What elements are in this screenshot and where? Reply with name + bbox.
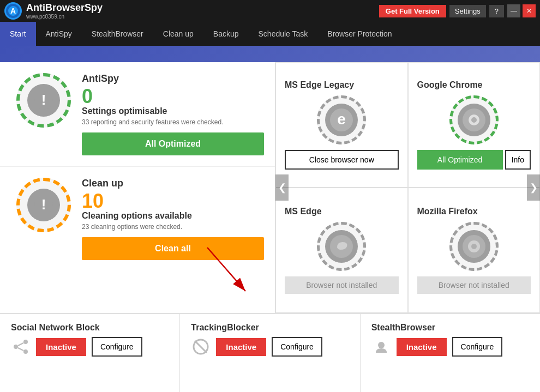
- main-content: ! AntiSpy 0 Settings optimisable 33 repo…: [0, 62, 540, 313]
- stealthbrowser-title: StealthBrowser: [371, 323, 529, 333]
- get-full-version-button[interactable]: Get Full Version: [379, 5, 446, 17]
- svg-point-17: [471, 244, 477, 249]
- accent-bar: [0, 46, 540, 62]
- navbar: Start AntiSpy StealthBrowser Clean up Ba…: [0, 22, 540, 46]
- firefox-not-installed: Browser not installed: [417, 276, 531, 294]
- edge-icon: [325, 230, 358, 263]
- firefox-actions: Browser not installed: [417, 276, 531, 294]
- left-panel: ! AntiSpy 0 Settings optimisable 33 repo…: [0, 62, 275, 313]
- tracking-blocker-icon: [191, 337, 211, 357]
- antispy-section: ! AntiSpy 0 Settings optimisable 33 repo…: [0, 62, 275, 167]
- browser-card-edge: MS Edge Browser not installed: [275, 188, 408, 313]
- nav-backup[interactable]: Backup: [203, 22, 249, 46]
- chrome-info-button[interactable]: Info: [505, 150, 531, 170]
- social-network-block: Social Network Block Inactive Configure: [0, 314, 180, 392]
- antispy-desc: 33 reporting and security features were …: [82, 118, 264, 126]
- cleanup-circle: !: [16, 178, 71, 232]
- antispy-label: Settings optimisable: [82, 106, 264, 116]
- svg-text:e: e: [337, 111, 346, 128]
- tracking-blocker-title: TrackingBlocker: [191, 323, 349, 333]
- app-title-group: AntiBrowserSpy www.pc0359.cn: [26, 2, 103, 20]
- titlebar-right: Get Full Version Settings ? — ✕: [379, 4, 536, 17]
- nav-browser-protection[interactable]: Browser Protection: [317, 22, 401, 46]
- chrome-icon: [458, 104, 490, 136]
- window-controls: — ✕: [507, 4, 536, 17]
- antispy-circle: !: [16, 73, 71, 128]
- edge-circle: [317, 222, 366, 271]
- cleanup-title: Clean up: [82, 178, 264, 189]
- clean-all-button[interactable]: Clean all: [82, 237, 264, 260]
- browser-card-edge-legacy: MS Edge Legacy e Close browser now: [275, 62, 408, 188]
- antispy-count: 0: [82, 87, 264, 106]
- app-subtitle: www.pc0359.cn: [26, 14, 103, 20]
- edge-actions: Browser not installed: [285, 276, 399, 294]
- carousel-prev-button[interactable]: ❮: [275, 174, 289, 201]
- browser-card-firefox: Mozilla Firefox Browser not installed: [408, 188, 541, 313]
- edge-title: MS Edge: [285, 207, 322, 216]
- nav-start[interactable]: Start: [0, 22, 36, 46]
- svg-point-25: [378, 342, 385, 348]
- chrome-title: Google Chrome: [417, 80, 483, 90]
- svg-text:A: A: [10, 7, 16, 15]
- settings-button[interactable]: Settings: [449, 5, 486, 17]
- edge-not-installed: Browser not installed: [285, 276, 399, 294]
- svg-line-21: [18, 343, 23, 346]
- svg-text:!: !: [41, 92, 46, 108]
- minimize-button[interactable]: —: [507, 4, 520, 17]
- tracking-blocker-block: TrackingBlocker Inactive Configure: [180, 314, 360, 392]
- stealthbrowser-inactive-button[interactable]: Inactive: [397, 338, 447, 356]
- social-network-controls: Inactive Configure: [11, 337, 169, 357]
- chrome-all-optimized-button[interactable]: All Optimized: [417, 150, 503, 170]
- social-network-title: Social Network Block: [11, 323, 169, 333]
- antispy-info: AntiSpy 0 Settings optimisable 33 report…: [82, 73, 264, 155]
- cleanup-desc: 23 cleaning options were checked.: [82, 223, 264, 231]
- cleanup-icon: !: [27, 189, 60, 221]
- tracking-blocker-controls: Inactive Configure: [191, 337, 349, 357]
- antispy-icon: !: [27, 84, 60, 117]
- stealthbrowser-icon: [371, 337, 391, 357]
- carousel-next-button[interactable]: ❯: [527, 174, 540, 201]
- bottom-section: Social Network Block Inactive Configure …: [0, 313, 540, 392]
- nav-cleanup[interactable]: Clean up: [153, 22, 203, 46]
- close-button[interactable]: ✕: [523, 4, 536, 17]
- edge-legacy-icon: e: [325, 104, 358, 136]
- svg-line-24: [195, 341, 207, 353]
- svg-point-19: [23, 340, 28, 344]
- browser-card-chrome: Google Chrome All Optimized Info: [408, 62, 541, 188]
- close-edge-legacy-button[interactable]: Close browser now: [285, 150, 399, 170]
- stealthbrowser-block: StealthBrowser Inactive Configure: [361, 314, 540, 392]
- svg-point-13: [471, 117, 477, 123]
- cleanup-count: 10: [82, 191, 264, 211]
- titlebar-left: A AntiBrowserSpy www.pc0359.cn: [4, 2, 103, 20]
- antispy-title: AntiSpy: [82, 73, 264, 85]
- titlebar: A AntiBrowserSpy www.pc0359.cn Get Full …: [0, 0, 540, 22]
- all-optimized-button[interactable]: All Optimized: [82, 132, 264, 155]
- stealthbrowser-configure-button[interactable]: Configure: [452, 337, 503, 357]
- nav-schedule-task[interactable]: Schedule Task: [249, 22, 318, 46]
- svg-point-18: [14, 345, 18, 349]
- app-logo: A: [4, 2, 22, 20]
- edge-legacy-actions: Close browser now: [285, 150, 399, 170]
- edge-legacy-circle: e: [317, 95, 366, 144]
- tracking-blocker-inactive-button[interactable]: Inactive: [216, 338, 266, 356]
- chrome-actions: All Optimized Info: [417, 150, 531, 170]
- stealthbrowser-controls: Inactive Configure: [371, 337, 529, 357]
- svg-point-20: [23, 349, 28, 354]
- help-button[interactable]: ?: [489, 5, 504, 17]
- cleanup-section: ! Clean up 10 Cleaning options available…: [0, 167, 275, 271]
- social-network-configure-button[interactable]: Configure: [92, 337, 142, 357]
- firefox-circle: [449, 222, 499, 271]
- tracking-blocker-configure-button[interactable]: Configure: [272, 337, 322, 357]
- firefox-title: Mozilla Firefox: [417, 207, 478, 216]
- social-network-inactive-button[interactable]: Inactive: [36, 338, 86, 356]
- social-network-icon: [11, 337, 31, 357]
- nav-stealthbrowser[interactable]: StealthBrowser: [82, 22, 153, 46]
- svg-text:!: !: [41, 196, 46, 213]
- app-title: AntiBrowserSpy: [26, 2, 103, 14]
- nav-antispy[interactable]: AntiSpy: [36, 22, 82, 46]
- firefox-icon: [458, 230, 490, 263]
- cleanup-label: Cleaning options available: [82, 211, 264, 221]
- chrome-circle: [449, 95, 499, 144]
- svg-line-22: [18, 348, 23, 351]
- cleanup-info: Clean up 10 Cleaning options available 2…: [82, 178, 264, 260]
